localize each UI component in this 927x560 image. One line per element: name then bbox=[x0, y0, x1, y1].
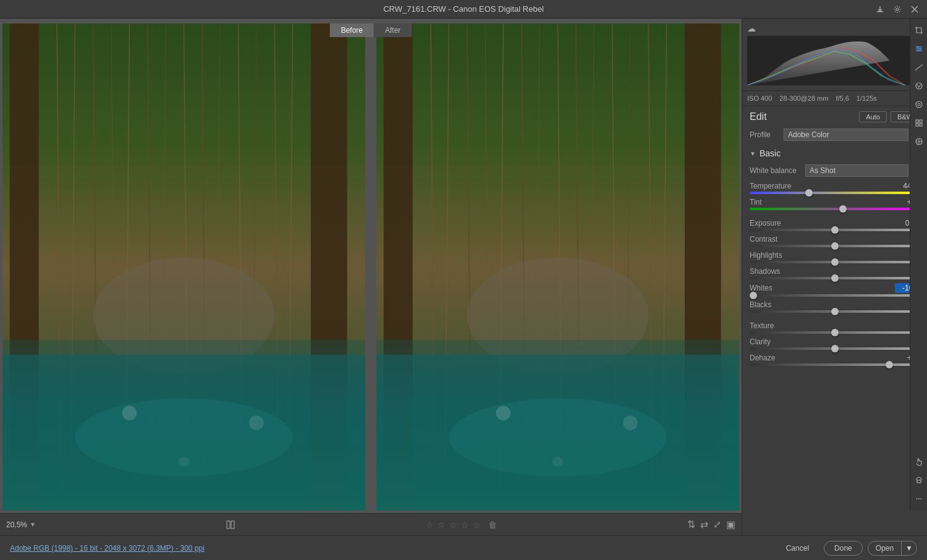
svg-rect-57 bbox=[916, 124, 918, 126]
basic-chevron-icon[interactable]: ▼ bbox=[750, 150, 756, 157]
exposure-slider[interactable] bbox=[750, 229, 920, 231]
zoom-control[interactable]: 20,5% ▼ bbox=[6, 520, 36, 529]
dehaze-thumb[interactable] bbox=[886, 361, 893, 368]
cloud-icon[interactable]: ☁ bbox=[747, 23, 756, 33]
shadows-label: Shadows bbox=[750, 267, 780, 276]
open-button[interactable]: Open bbox=[868, 541, 902, 555]
zoom-value[interactable]: 20,5% bbox=[6, 520, 27, 529]
tool-hand[interactable] bbox=[912, 455, 926, 469]
exposure-label: Exposure bbox=[750, 219, 781, 227]
svg-point-18 bbox=[93, 257, 275, 374]
exposure-thumb[interactable] bbox=[831, 226, 839, 234]
svg-rect-40 bbox=[685, 23, 721, 511]
tool-hsl[interactable] bbox=[912, 79, 926, 93]
svg-point-43 bbox=[449, 399, 666, 477]
exposure-row: Exposure 0,00 bbox=[750, 219, 920, 231]
side-by-side-icon[interactable]: ⇄ bbox=[700, 519, 708, 530]
shadows-thumb[interactable] bbox=[831, 274, 839, 282]
dehaze-slider[interactable] bbox=[750, 363, 920, 366]
done-button[interactable]: Done bbox=[824, 541, 863, 556]
dehaze-row: Dehaze +67 bbox=[750, 354, 920, 366]
svg-rect-55 bbox=[916, 120, 918, 122]
contrast-slider[interactable] bbox=[750, 245, 920, 247]
temperature-slider[interactable] bbox=[750, 192, 920, 194]
image-bottom-bar: 20,5% ▼ ☆ ☆ ☆ ☆ ☆ 🗑 ⇅ ⇄ ⤢ ▣ bbox=[0, 513, 742, 535]
cancel-button[interactable]: Cancel bbox=[776, 541, 819, 555]
photo-after[interactable] bbox=[376, 23, 739, 511]
svg-rect-39 bbox=[384, 23, 413, 511]
before-tab[interactable]: Before bbox=[330, 23, 374, 37]
image-area: Before After bbox=[0, 19, 742, 535]
download-icon[interactable] bbox=[875, 4, 885, 14]
svg-point-53 bbox=[916, 101, 922, 108]
tool-stamp[interactable] bbox=[912, 473, 926, 487]
whites-row: Whites -100 bbox=[750, 283, 920, 297]
fit-view-icon[interactable]: ⤢ bbox=[713, 519, 721, 530]
temperature-thumb[interactable] bbox=[805, 189, 813, 197]
zoom-dropdown-icon[interactable]: ▼ bbox=[30, 521, 36, 528]
open-button-group: Open ▼ bbox=[868, 541, 917, 556]
tool-color-grading[interactable] bbox=[912, 98, 926, 111]
whites-label: Whites bbox=[750, 284, 772, 292]
clarity-slider[interactable] bbox=[750, 347, 920, 350]
star-1[interactable]: ☆ bbox=[426, 520, 434, 530]
svg-rect-56 bbox=[920, 120, 922, 122]
tool-adjust[interactable] bbox=[912, 42, 926, 56]
svg-rect-48 bbox=[231, 521, 234, 528]
whites-slider[interactable] bbox=[750, 294, 920, 297]
temperature-label: Temperature bbox=[750, 182, 791, 190]
tool-curves[interactable] bbox=[912, 61, 926, 74]
trash-icon[interactable]: 🗑 bbox=[488, 520, 497, 530]
clarity-thumb[interactable] bbox=[831, 345, 839, 352]
tool-more[interactable]: ··· bbox=[912, 492, 926, 506]
texture-thumb[interactable] bbox=[831, 329, 839, 336]
star-2[interactable]: ☆ bbox=[438, 520, 446, 530]
auto-button[interactable]: Auto bbox=[859, 111, 887, 122]
star-5[interactable]: ☆ bbox=[473, 520, 481, 530]
shadows-row: Shadows 0 bbox=[750, 267, 920, 279]
star-3[interactable]: ☆ bbox=[449, 520, 457, 530]
rating-stars[interactable]: ☆ ☆ ☆ ☆ ☆ 🗑 bbox=[426, 520, 497, 530]
file-info-link[interactable]: Adobe RGB (1998) - 16 bit - 2048 x 3072 … bbox=[10, 544, 205, 553]
split-view-icon[interactable]: ▣ bbox=[726, 519, 735, 530]
edit-header: Edit Auto B&W bbox=[750, 111, 920, 122]
whites-thumb[interactable] bbox=[750, 292, 757, 299]
grid-view-toggle[interactable] bbox=[226, 520, 235, 529]
wb-label: White balance bbox=[750, 166, 805, 175]
svg-rect-17 bbox=[311, 23, 347, 511]
svg-point-22 bbox=[249, 415, 263, 430]
tool-detail[interactable] bbox=[912, 116, 926, 130]
shutter-info: 1/125s bbox=[857, 95, 877, 102]
contrast-label: Contrast bbox=[750, 235, 777, 244]
tool-lens[interactable] bbox=[912, 135, 926, 148]
dehaze-label: Dehaze bbox=[750, 354, 775, 362]
wb-select[interactable]: As Shot bbox=[805, 164, 908, 177]
blacks-slider[interactable] bbox=[750, 310, 920, 313]
title-bar: CRW_7161.CRW - Canon EOS Digital Rebel bbox=[0, 0, 927, 19]
texture-slider[interactable] bbox=[750, 331, 920, 334]
contrast-thumb[interactable] bbox=[831, 242, 839, 250]
tint-thumb[interactable] bbox=[839, 205, 847, 213]
settings-icon[interactable] bbox=[892, 4, 902, 14]
svg-rect-47 bbox=[227, 521, 230, 528]
tint-slider[interactable] bbox=[750, 208, 920, 210]
blacks-thumb[interactable] bbox=[831, 308, 839, 315]
open-dropdown-button[interactable]: ▼ bbox=[902, 541, 916, 555]
view-controls: ⇅ ⇄ ⤢ ▣ bbox=[687, 519, 735, 530]
profile-select[interactable]: Adobe Color bbox=[784, 129, 908, 141]
svg-point-54 bbox=[918, 103, 920, 106]
shadows-slider[interactable] bbox=[750, 277, 920, 279]
contrast-row: Contrast 0 bbox=[750, 235, 920, 247]
svg-point-0 bbox=[896, 8, 899, 11]
photo-before[interactable] bbox=[2, 23, 365, 511]
close-icon[interactable] bbox=[910, 4, 920, 14]
right-tool-panel: ··· bbox=[910, 19, 927, 511]
after-tab[interactable]: After bbox=[374, 23, 412, 37]
texture-label: Texture bbox=[750, 321, 774, 330]
tool-crop[interactable] bbox=[912, 23, 926, 37]
star-4[interactable]: ☆ bbox=[461, 520, 469, 530]
compare-view-icon[interactable]: ⇅ bbox=[687, 519, 695, 530]
highlights-thumb[interactable] bbox=[831, 258, 839, 266]
highlights-slider[interactable] bbox=[750, 261, 920, 263]
svg-rect-16 bbox=[10, 23, 39, 511]
